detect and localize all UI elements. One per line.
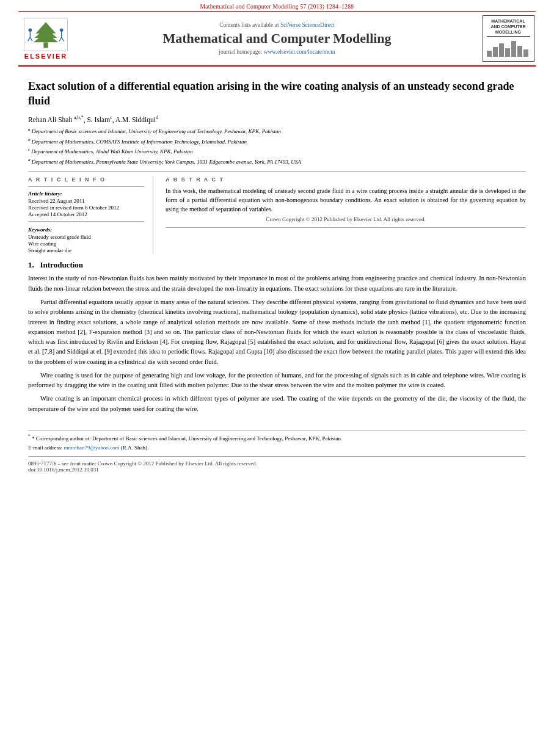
sciverse-link[interactable]: SciVerse ScienceDirect: [280, 22, 335, 28]
journal-logo-box: MATHEMATICALAND COMPUTERMODELLING: [483, 15, 534, 62]
homepage-link[interactable]: www.elsevier.com/locate/mcm: [264, 49, 335, 55]
accepted-date: Accepted 14 October 2012: [28, 211, 144, 217]
email-author: (R.A. Shah).: [121, 445, 149, 451]
keyword-1: Unsteady second grade fluid: [28, 234, 144, 240]
abstract-text: In this work, the mathematical modeling …: [166, 186, 526, 214]
authors: Rehan Ali Shah a,b,*, S. Islamc, A.M. Si…: [28, 115, 526, 123]
keywords-label: Keywords:: [28, 227, 144, 233]
contents-line: Contents lists available at SciVerse Sci…: [79, 22, 475, 28]
logo-chart-icon: [487, 38, 530, 57]
svg-rect-16: [499, 43, 504, 57]
affiliations: a Department of Basic sciences and Islam…: [28, 126, 526, 166]
svg-rect-19: [517, 46, 522, 57]
keyword-3: Straight annular die: [28, 247, 144, 253]
abstract-section: A B S T R A C T In this work, the mathem…: [166, 176, 526, 254]
intro-para-2: Partial differential equations usually a…: [28, 297, 526, 367]
article-title: Exact solution of a differential equatio…: [28, 79, 526, 109]
issn-text: 0895-7177/$ – see front matter Crown Cop…: [28, 460, 257, 467]
page: Mathematical and Computer Modelling 57 (…: [0, 0, 554, 756]
footer-rule: [28, 430, 526, 431]
copyright-line: Crown Copyright © 2012 Published by Else…: [166, 216, 526, 222]
intro-para-4: Wire coating is an important chemical pr…: [28, 394, 526, 414]
received-date: Received 22 August 2011: [28, 198, 144, 204]
journal-logo-right: MATHEMATICALAND COMPUTERMODELLING: [481, 15, 536, 62]
issn-doi-line: 0895-7177/$ – see front matter Crown Cop…: [0, 460, 554, 473]
svg-rect-2: [43, 42, 48, 48]
history-rule: [28, 221, 144, 222]
svg-rect-17: [505, 48, 510, 57]
article-info-abstract-section: A R T I C L E I N F O Article history: R…: [28, 176, 526, 254]
intro-section-number: 1.: [28, 260, 34, 269]
abstract-rule: [166, 227, 526, 228]
elsevier-logo: ELSEVIER: [18, 18, 73, 60]
footnote-section: * * Corresponding author at: Department …: [0, 433, 554, 453]
journal-title: Mathematical and Computer Modelling: [79, 31, 475, 46]
homepage-label: journal homepage:: [219, 49, 262, 55]
doi-text: doi:10.1016/j.mcm.2012.10.031: [28, 467, 99, 473]
article-info-title: A R T I C L E I N F O: [28, 176, 144, 183]
keyword-2: Wire coating: [28, 241, 144, 247]
svg-rect-20: [523, 49, 528, 57]
history-label: Article history:: [28, 191, 144, 197]
svg-rect-14: [487, 51, 492, 57]
journal-citation: Mathematical and Computer Modelling 57 (…: [0, 0, 554, 11]
svg-rect-18: [511, 41, 516, 57]
intro-para-1: Interest in the study of non-Newtonian f…: [28, 274, 526, 294]
email-link[interactable]: mmrehan79@yahoo.com: [64, 445, 119, 451]
journal-homepage: journal homepage: www.elsevier.com/locat…: [79, 49, 475, 55]
affiliation-rule: [28, 171, 526, 172]
svg-point-10: [60, 28, 63, 32]
journal-citation-text: Mathematical and Computer Modelling 57 (…: [200, 4, 354, 10]
elsevier-label: ELSEVIER: [24, 53, 67, 60]
intro-heading: 1. Introduction: [28, 260, 526, 270]
header-content: ELSEVIER Contents lists available at Sci…: [0, 12, 554, 65]
revised-date: Received in revised form 6 October 2012: [28, 205, 144, 211]
corresponding-text: * Corresponding author at: Department of…: [32, 435, 342, 442]
email-label: E-mail address:: [28, 445, 62, 451]
svg-rect-15: [493, 47, 498, 57]
article-body: Exact solution of a differential equatio…: [0, 67, 554, 424]
logo-title: MATHEMATICALAND COMPUTERMODELLING: [487, 18, 530, 37]
contents-available-text: Contents lists available at: [219, 22, 279, 28]
email-note: E-mail address: mmrehan79@yahoo.com (R.A…: [28, 444, 526, 453]
corresponding-note: * * Corresponding author at: Department …: [28, 433, 526, 443]
bottom-rule: [28, 456, 526, 457]
svg-point-6: [29, 28, 32, 32]
header-center: Contents lists available at SciVerse Sci…: [79, 22, 475, 55]
intro-para-3: Wire coating is used for the purpose of …: [28, 371, 526, 391]
article-info: A R T I C L E I N F O Article history: R…: [28, 176, 153, 254]
abstract-title: A B S T R A C T: [166, 176, 526, 183]
elsevier-tree-icon: [21, 18, 70, 51]
article-info-rule: [28, 186, 144, 187]
